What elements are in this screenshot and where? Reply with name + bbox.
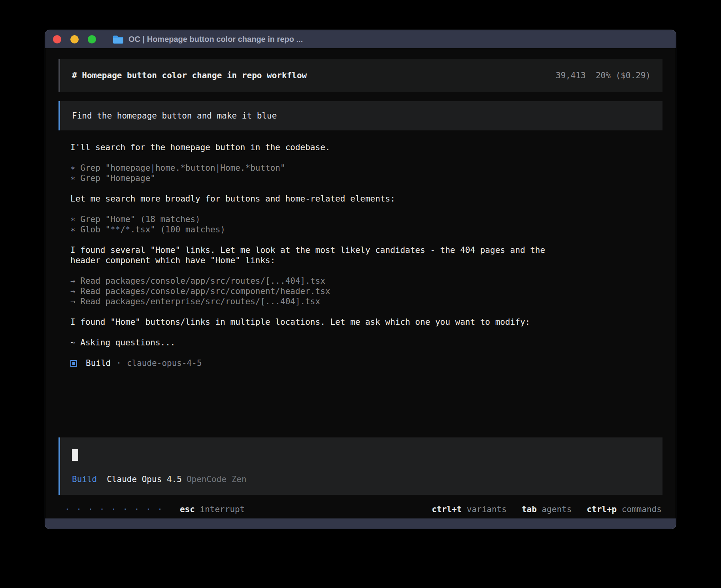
tool-call-group: ∗ Grep "homepage|home.*button|Home.*butt…	[70, 163, 662, 183]
context-percent: 20%	[596, 71, 611, 80]
folder-icon	[113, 35, 124, 44]
minimize-button[interactable]	[70, 35, 79, 43]
tool-call-group: → Read packages/console/app/src/routes/[…	[70, 276, 662, 307]
hint-interrupt: esc interrupt	[180, 504, 245, 514]
text-cursor	[72, 449, 78, 461]
zoom-button[interactable]	[88, 35, 96, 43]
assistant-text: I found several "Home" links. Let me loo…	[70, 245, 662, 255]
agent-name: Build	[86, 358, 111, 368]
hint-label: agents	[537, 505, 572, 514]
tool-call-group: ∗ Grep "Home" (18 matches) ∗ Glob "**/*.…	[70, 214, 662, 235]
agent-model: claude-opus-4-5	[127, 358, 202, 368]
token-count: 39,413	[556, 71, 586, 80]
key-esc: esc	[180, 505, 195, 514]
window-title: OC | Homepage button color change in rep…	[128, 35, 303, 44]
provider-indicator: OpenCode Zen	[187, 474, 247, 484]
model-indicator: Claude Opus 4.5	[107, 474, 182, 484]
terminal-content: # Homepage button color change in repo w…	[45, 48, 676, 518]
session-cost: ($0.29)	[615, 71, 651, 80]
tool-call-grep: ∗ Grep "homepage|home.*button|Home.*butt…	[70, 163, 662, 173]
prompt-input[interactable]: Build Claude Opus 4.5 OpenCode Zen	[59, 437, 662, 495]
tool-call-grep: ∗ Grep "Home" (18 matches)	[70, 214, 662, 224]
session-title: # Homepage button color change in repo w…	[72, 70, 307, 81]
traffic-lights	[53, 35, 96, 43]
session-header: # Homepage button color change in repo w…	[59, 59, 662, 92]
activity-indicator: ~ Asking questions...	[70, 337, 662, 348]
mode-indicator: Build	[72, 474, 97, 484]
hint-label: commands	[617, 505, 662, 514]
hint-commands: ctrl+p commands	[587, 504, 662, 514]
input-footer: Build Claude Opus 4.5 OpenCode Zen	[72, 474, 651, 484]
agent-separator: ·	[116, 358, 121, 368]
assistant-transcript: I'll search for the homepage button in t…	[70, 130, 662, 368]
user-message: Find the homepage button and make it blu…	[59, 101, 662, 130]
window-titlebar[interactable]: OC | Homepage button color change in rep…	[45, 30, 676, 48]
window-bottom-chrome	[45, 518, 676, 529]
user-message-text: Find the homepage button and make it blu…	[72, 111, 277, 121]
key-ctrl-p: ctrl+p	[587, 505, 617, 514]
key-tab: tab	[522, 505, 537, 514]
assistant-text: I found "Home" buttons/links in multiple…	[70, 317, 662, 327]
key-ctrl-t: ctrl+t	[432, 505, 462, 514]
tool-call-read: → Read packages/console/app/src/componen…	[70, 286, 662, 296]
tool-call-read: → Read packages/console/app/src/routes/[…	[70, 276, 662, 286]
build-agent-icon	[70, 360, 77, 367]
status-bar: · · · · · · · · · esc interrupt ctrl+t v…	[59, 504, 662, 514]
hint-agents: tab agents	[522, 504, 572, 514]
spinner-dots-icon: · · · · · · · · ·	[65, 504, 163, 514]
hint-label: variants	[462, 505, 507, 514]
hint-variants: ctrl+t variants	[432, 504, 507, 514]
session-stats: 39,413 20% ($0.29)	[556, 70, 651, 81]
assistant-paragraph: I found several "Home" links. Let me loo…	[70, 245, 662, 266]
tool-call-read: → Read packages/enterprise/src/routes/[.…	[70, 296, 662, 307]
hint-label: interrupt	[195, 505, 245, 514]
assistant-text: header component which have "Home" links…	[70, 255, 662, 266]
assistant-text: I'll search for the homepage button in t…	[70, 142, 662, 153]
app-window: OC | Homepage button color change in rep…	[45, 30, 676, 529]
close-button[interactable]	[53, 35, 61, 43]
tool-call-grep: ∗ Grep "Homepage"	[70, 173, 662, 183]
agent-status-row: Build · claude-opus-4-5	[70, 358, 662, 368]
assistant-text: Let me search more broadly for buttons a…	[70, 194, 662, 204]
tool-call-glob: ∗ Glob "**/*.tsx" (100 matches)	[70, 224, 662, 235]
